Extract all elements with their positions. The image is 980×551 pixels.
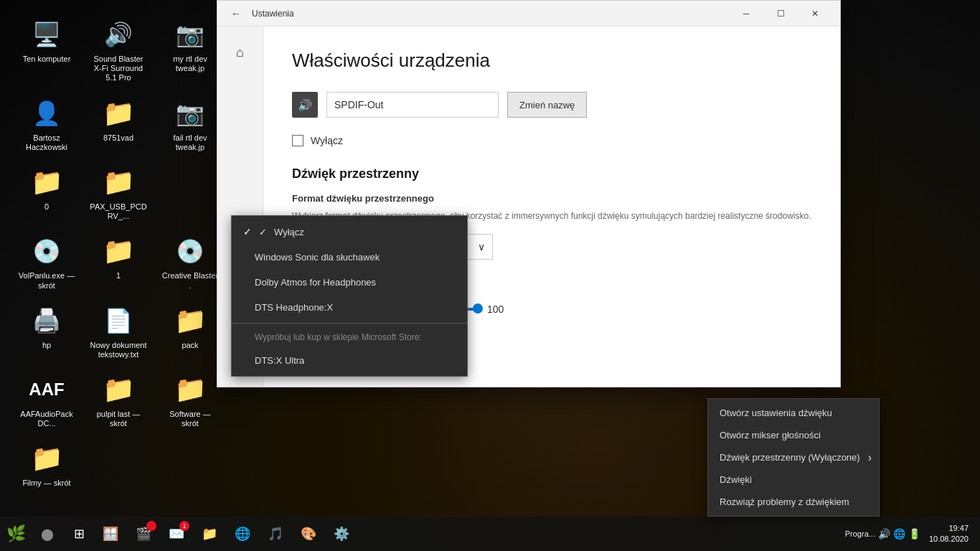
8751vad-icon: 📁 (101, 96, 136, 131)
rename-button[interactable]: Zmień nazwę (507, 92, 587, 118)
taskbar-task-view[interactable]: ⊞ (63, 517, 95, 551)
minimize-button[interactable]: ─ (730, 1, 763, 27)
dolby-label: Dolby Atmos for Headphones (255, 277, 376, 288)
disable-checkbox[interactable] (292, 135, 303, 146)
mail-badge: 1 (179, 521, 189, 531)
dropdown-option-dolby[interactable]: Dolby Atmos for Headphones (232, 270, 467, 295)
desktop-icon-aaf[interactable]: AAF AAFAudioPackDC... (14, 369, 79, 431)
mpbe-badge (146, 521, 156, 531)
filmy-label: Filmy — skrót (22, 479, 70, 488)
maximize-button[interactable]: ☐ (764, 1, 797, 27)
ctx-open-mixer[interactable]: Otwórz mikser głośności (708, 424, 879, 446)
taskbar-media[interactable]: 🎵 (260, 517, 291, 551)
slider-thumb[interactable] (473, 303, 483, 314)
tray-icon-1[interactable]: 🔊 (878, 528, 890, 540)
creative-label: Creative Blaster . (161, 271, 219, 290)
one-label: 1 (116, 271, 121, 281)
nowy-label: Nowy dokument tekstowy.txt (90, 341, 147, 359)
taskbar-prog-label: Progra... (845, 529, 875, 538)
desktop-icon-creative[interactable]: 💿 Creative Blaster . (158, 231, 222, 293)
spatial-section-title: Dźwięk przestrzenny (292, 166, 811, 182)
taskbar-clock[interactable]: 19:47 10.08.2020 (923, 523, 974, 545)
close-button[interactable]: ✕ (798, 1, 831, 27)
device-icon: 🔊 (292, 92, 318, 118)
dts-label: DTS Headphone:X (255, 302, 333, 313)
pulpit-label: pulpit last — skrót (90, 410, 147, 428)
aaf-icon: AAF (29, 372, 64, 407)
tray-icons: 🔊 🌐 🔋 (878, 528, 920, 540)
taskbar-chrome[interactable]: 🌐 (227, 517, 258, 551)
ctx-troubleshoot-label: Rozwiąż problemy z dźwiękiem (720, 496, 849, 507)
ctx-spatial-audio-label: Dźwięk przestrzenny (Wyłączone) (720, 452, 860, 463)
dropdown-option-wylacz[interactable]: ✓ Wyłącz (232, 219, 467, 245)
one-icon: 📁 (101, 234, 136, 268)
settings-home-icon[interactable]: ⌂ (226, 38, 255, 67)
taskbar-settings[interactable]: ⚙️ (326, 517, 357, 551)
dropdown-separator (232, 323, 467, 324)
desktop-icon-hp[interactable]: 🖨️ hp (14, 301, 79, 362)
desktop-icon-filmy[interactable]: 📁 Filmy — skrót (14, 438, 79, 491)
rtl-label: my rtl dev tweak.jp (161, 55, 219, 73)
fail-label: fail rtl dev tweak.jp (161, 133, 219, 152)
window-titlebar: ← Ustawienia ─ ☐ ✕ (217, 1, 840, 27)
zero-icon: 📁 (29, 165, 64, 199)
ctx-open-mixer-label: Otwórz mikser głośności (720, 430, 821, 441)
desktop-icon-volpanlu[interactable]: 💿 VolPanlu.exe — skrót (14, 231, 79, 293)
taskbar-explorer[interactable]: 📁 (194, 517, 225, 551)
ctx-sounds[interactable]: Dźwięki (708, 468, 879, 491)
pack-label: pack (182, 341, 198, 350)
taskbar-search[interactable]: ⬤ (32, 517, 63, 551)
desktop-icon-pulpit[interactable]: 📁 pulpit last — skrót (86, 369, 151, 431)
pack-icon: 📁 (173, 303, 207, 338)
sound-blaster-icon: 🔊 (101, 17, 136, 52)
taskbar-paint[interactable]: 🎨 (293, 517, 324, 551)
fail-icon: 📷 (173, 96, 207, 131)
haczkowski-icon: 👤 (29, 96, 64, 131)
taskbar-start-leaf[interactable]: 🌿 (0, 517, 32, 551)
ctx-open-sound-label: Otwórz ustawienia dźwięku (720, 408, 832, 418)
desktop-icon-rtl[interactable]: 📷 my rtl dev tweak.jp (158, 14, 222, 86)
desktop-icon-pax[interactable]: 📁 PAX_USB_PCDRV_... (86, 162, 151, 224)
device-name-input[interactable] (326, 92, 499, 118)
filmy-icon: 📁 (29, 441, 64, 476)
tray-icon-2[interactable]: 🌐 (893, 528, 905, 540)
taskbar-mpbe[interactable]: 🎬 (128, 517, 159, 551)
hp-icon: 🖨️ (29, 303, 64, 338)
clock-date: 10.08.2020 (929, 534, 969, 545)
spatial-dropdown-menu: ✓ Wyłącz Windows Sonic dla słuchawek Dol… (231, 215, 468, 377)
dropdown-option-dts[interactable]: DTS Headphone:X (232, 295, 467, 320)
haczkowski-label: Bartosz Haczkowski (18, 133, 75, 152)
taskbar: 🌿 ⬤ ⊞ 🪟 🎬 ✉️ 1 📁 🌐 🎵 🎨 ⚙️ Progra... 🔊 🌐 (0, 517, 980, 551)
desktop-icon-software[interactable]: 📁 Software — skrót (158, 369, 222, 431)
desktop-icon-one[interactable]: 📁 1 (86, 231, 151, 293)
dropdown-option-dts-ultra[interactable]: DTS:X Ultra (232, 348, 467, 373)
desktop-icon-fail[interactable]: 📷 fail rtl dev tweak.jp (158, 93, 222, 155)
desktop-icons-container: 🖥️ Ten komputer 🔊 Sound Blaster X-Fi Sur… (7, 7, 230, 499)
desktop-icon-pack[interactable]: 📁 pack (158, 301, 222, 362)
desktop-icon-nowy[interactable]: 📄 Nowy dokument tekstowy.txt (86, 301, 151, 362)
desktop-icon-sound-blaster[interactable]: 🔊 Sound Blaster X-Fi Surround 5.1 Pro (86, 14, 151, 86)
volpanlu-label: VolPanlu.exe — skrót (18, 271, 75, 290)
ctx-troubleshoot[interactable]: Rozwiąż problemy z dźwiękiem (708, 491, 879, 513)
taskbar-mail[interactable]: ✉️ 1 (161, 517, 192, 551)
ctx-spatial-audio[interactable]: Dźwięk przestrzenny (Wyłączone) (708, 446, 879, 468)
dropdown-option-wylacz-label: Wyłącz (274, 227, 304, 237)
tray-icon-3[interactable]: 🔋 (908, 528, 920, 540)
ctx-open-sound-settings[interactable]: Otwórz ustawienia dźwięku (708, 402, 879, 424)
pulpit-icon: 📁 (101, 372, 136, 407)
computer-icon: 🖥️ (29, 17, 64, 52)
chevron-down-icon: ∨ (478, 241, 485, 253)
volpanlu-icon: 💿 (29, 234, 64, 268)
window-back-button[interactable]: ← (226, 4, 246, 24)
hp-label: hp (42, 341, 51, 350)
desktop-icon-haczkowski[interactable]: 👤 Bartosz Haczkowski (14, 93, 79, 155)
tray-context-menu: Otwórz ustawienia dźwięku Otwórz mikser … (707, 398, 880, 517)
taskbar-app-icons: 🪟 🎬 ✉️ 1 📁 🌐 🎵 🎨 ⚙️ (95, 517, 845, 551)
taskbar-store[interactable]: 🪟 (95, 517, 126, 551)
store-label: Wypróbuj lub kup w sklepie Microsoft Sto… (232, 326, 467, 348)
desktop-icon-8751vad[interactable]: 📁 8751vad (86, 93, 151, 155)
desktop-icon-zero[interactable]: 📁 0 (14, 162, 79, 224)
window-controls: ─ ☐ ✕ (730, 1, 831, 27)
desktop-icon-computer[interactable]: 🖥️ Ten komputer (14, 14, 79, 86)
dropdown-option-windows-sonic[interactable]: Windows Sonic dla słuchawek (232, 245, 467, 270)
